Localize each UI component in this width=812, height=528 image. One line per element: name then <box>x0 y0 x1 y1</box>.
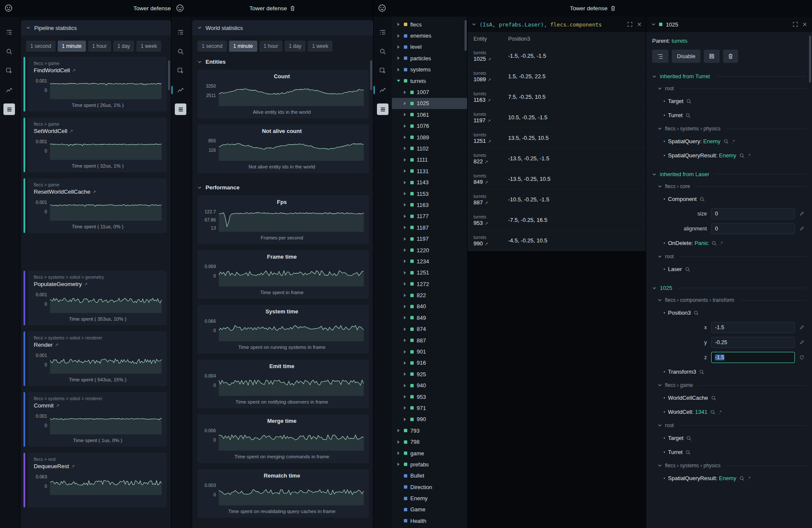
expander-icon[interactable] <box>403 237 407 241</box>
entity-link[interactable]: 822 <box>474 158 483 165</box>
query-inspector-icon[interactable] <box>171 61 190 80</box>
world-panel-header[interactable]: World statistics <box>192 20 373 35</box>
section-header[interactable]: Entities <box>192 53 373 69</box>
tree-item-1007[interactable]: 1007 <box>392 86 467 97</box>
expander-icon[interactable] <box>403 406 407 410</box>
tree-item-1251[interactable]: 1251 <box>392 267 467 278</box>
entity-link[interactable]: 953 <box>474 220 483 226</box>
expander-icon[interactable] <box>403 226 407 229</box>
component-group-header[interactable]: flecs › game <box>646 379 812 391</box>
entity-tree-icon[interactable] <box>374 23 392 42</box>
edit-icon[interactable] <box>795 226 809 231</box>
expander-icon[interactable] <box>403 192 407 195</box>
expander-icon[interactable] <box>396 23 401 26</box>
trash-icon[interactable] <box>290 6 295 11</box>
chevron-down-icon[interactable] <box>651 22 656 27</box>
tree-item-level[interactable]: level <box>392 41 467 53</box>
entity-link[interactable]: 990 <box>474 240 483 247</box>
component-group-header[interactable]: root <box>646 419 812 431</box>
time-range-button-1-second[interactable]: 1 second <box>197 41 227 52</box>
expander-icon[interactable] <box>403 102 407 105</box>
search-icon[interactable] <box>700 197 705 202</box>
entity-link[interactable]: 1251 <box>474 138 486 144</box>
time-range-button-1-minute[interactable]: 1 minute <box>229 41 257 52</box>
tree-item-turrets[interactable]: turrets <box>392 75 467 86</box>
expander-icon[interactable] <box>403 294 407 297</box>
tree-item-1076[interactable]: 1076 <box>392 121 467 132</box>
search-icon[interactable] <box>374 42 392 61</box>
search-icon[interactable] <box>724 139 729 144</box>
tree-item-1234[interactable]: 1234 <box>392 256 467 267</box>
tree-item-1272[interactable]: 1272 <box>392 278 467 289</box>
expander-icon[interactable] <box>403 181 407 184</box>
tree-item-849[interactable]: 849 <box>392 312 467 323</box>
search-icon[interactable] <box>0 42 18 61</box>
tree-item-971[interactable]: 971 <box>392 402 467 413</box>
section-header[interactable]: inherited from Laser <box>646 168 812 180</box>
expander-icon[interactable] <box>403 316 407 319</box>
statistics-chart-icon[interactable] <box>0 80 18 100</box>
tree-item-prefabs[interactable]: prefabs <box>392 459 467 470</box>
tree-item-822[interactable]: 822 <box>392 289 467 301</box>
entity-link[interactable]: 1025 <box>474 56 486 62</box>
tree-item-940[interactable]: 940 <box>392 380 467 391</box>
expander-icon[interactable] <box>396 45 401 49</box>
tree-item-1177[interactable]: 1177 <box>392 211 467 222</box>
expander-icon[interactable] <box>396 429 401 432</box>
expander-icon[interactable] <box>396 56 401 60</box>
component-group-header[interactable]: root <box>646 250 812 262</box>
search-icon[interactable] <box>694 310 699 316</box>
component-group-header[interactable]: flecs › systems › physics <box>646 459 812 471</box>
search-icon[interactable] <box>685 450 691 455</box>
system-link[interactable]: Commit <box>34 402 54 409</box>
edit-icon[interactable] <box>795 325 809 330</box>
section-header[interactable]: inherited from Turret <box>646 71 812 82</box>
expander-icon[interactable] <box>396 68 401 71</box>
flecs-logo-icon[interactable] <box>4 3 13 13</box>
tree-item-particles[interactable]: particles <box>392 53 467 64</box>
expander-icon[interactable] <box>403 169 407 173</box>
search-icon[interactable] <box>739 153 744 158</box>
expander-icon[interactable] <box>403 136 407 139</box>
system-link[interactable]: SetWorldCell <box>34 128 68 134</box>
tree-item-953[interactable]: 953 <box>392 391 467 402</box>
expander-icon[interactable] <box>403 271 407 274</box>
tree-item-1220[interactable]: 1220 <box>392 245 467 256</box>
expander-icon[interactable] <box>403 158 407 162</box>
delete-button[interactable] <box>723 50 738 63</box>
scrollbar-thumb[interactable] <box>370 60 372 90</box>
time-range-button-1-second[interactable]: 1 second <box>26 41 56 52</box>
tree-item-1102[interactable]: 1102 <box>392 143 467 154</box>
field-input-z[interactable]: -1.5 <box>711 352 795 363</box>
field-input-size[interactable]: 0 <box>711 208 795 219</box>
entity-tree-icon[interactable] <box>171 23 190 42</box>
search-icon[interactable] <box>712 241 717 246</box>
component-group-header[interactable]: root <box>646 82 812 94</box>
edit-icon[interactable] <box>795 340 809 345</box>
search-icon[interactable] <box>739 476 744 481</box>
system-link[interactable]: DequeueRest <box>34 463 69 469</box>
data-tables-icon[interactable] <box>374 100 392 119</box>
system-link[interactable]: Render <box>34 342 53 348</box>
tree-item-systems[interactable]: systems <box>392 64 467 75</box>
entity-link[interactable]: 1089 <box>474 76 486 83</box>
search-icon[interactable] <box>699 369 704 375</box>
expander-icon[interactable] <box>403 350 407 354</box>
close-icon[interactable] <box>637 22 641 27</box>
entity-link[interactable]: 1163 <box>474 97 485 103</box>
tree-item-game[interactable]: game <box>392 448 467 459</box>
tree-item-Health[interactable]: Health <box>392 515 467 526</box>
tree-item-874[interactable]: 874 <box>392 324 467 335</box>
data-tables-icon[interactable] <box>171 100 190 119</box>
statistics-chart-icon[interactable] <box>374 80 392 100</box>
tree-item-887[interactable]: 887 <box>392 335 467 346</box>
edit-icon[interactable] <box>795 211 809 216</box>
component-group-header[interactable]: flecs › components › transform <box>646 294 812 306</box>
data-tables-icon[interactable] <box>0 100 18 119</box>
fullscreen-icon[interactable] <box>627 22 633 27</box>
tree-item-1089[interactable]: 1089 <box>392 132 467 143</box>
entity-link[interactable]: 849 <box>474 179 483 185</box>
expander-icon[interactable] <box>403 327 407 331</box>
scrollbar-thumb[interactable] <box>168 60 170 90</box>
save-button[interactable] <box>704 50 720 63</box>
